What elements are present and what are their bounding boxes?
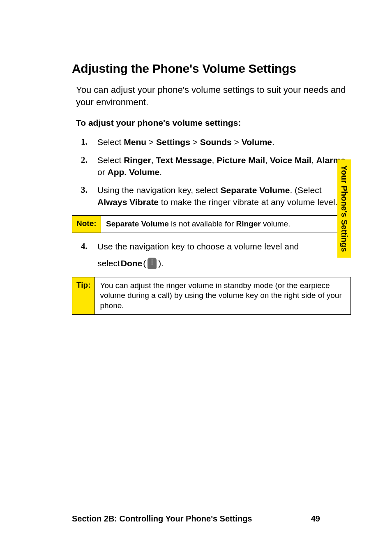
step1-prefix: Select: [97, 137, 124, 147]
step4-l2b: (: [143, 257, 146, 269]
steps-list: Select Menu > Settings > Sounds > Volume…: [72, 136, 351, 208]
step3-p1: Using the navigation key, select: [97, 185, 221, 195]
tip-label: Tip:: [72, 277, 95, 314]
step3-p3: to make the ringer vibrate at any volume…: [159, 197, 340, 207]
step3-alwaysvib: Always Vibrate: [97, 197, 159, 207]
step1-settings: Settings: [156, 137, 190, 147]
step-2: Select Ringer, Text Message, Picture Mai…: [81, 154, 351, 178]
step-4: Use the navigation key to choose a volum…: [81, 240, 351, 270]
note-b1: Separate Volume: [106, 219, 169, 228]
step1-sounds: Sounds: [200, 137, 232, 147]
note-callout: Note: Separate Volume is not available f…: [72, 215, 351, 233]
step2-prefix: Select: [97, 155, 124, 165]
step2-c1: ,: [151, 155, 156, 165]
step2-c3: ,: [265, 155, 270, 165]
step1-menu: Menu: [124, 137, 146, 147]
step2-voicemail: Voice Mail: [270, 155, 311, 165]
step4-line2: select Done ( ).: [97, 257, 351, 269]
step2-picmail: Picture Mail: [217, 155, 265, 165]
step4-l2a: select: [97, 257, 120, 269]
step3-p2: . (Select: [290, 185, 321, 195]
phone-key-icon: [148, 258, 157, 269]
step2-textmsg: Text Message: [156, 155, 212, 165]
step2-c2: ,: [212, 155, 217, 165]
step1-sep3: >: [232, 137, 242, 147]
step-1: Select Menu > Settings > Sounds > Volume…: [81, 136, 351, 148]
page-footer: Section 2B: Controlling Your Phone's Set…: [72, 514, 320, 524]
step2-ringer: Ringer: [124, 155, 151, 165]
page-container: Adjusting the Phone's Volume Settings Yo…: [0, 0, 392, 549]
page-heading: Adjusting the Phone's Volume Settings: [72, 62, 351, 76]
footer-section: Section 2B: Controlling Your Phone's Set…: [72, 514, 252, 524]
tip-callout: Tip: You can adjust the ringer volume in…: [72, 277, 351, 315]
step2-suffix: .: [159, 167, 162, 177]
note-content: Separate Volume is not available for Rin…: [101, 216, 350, 233]
tip-content: You can adjust the ringer volume in stan…: [95, 277, 350, 314]
intro-text: You can adjust your phone's volume setti…: [72, 84, 351, 108]
note-label: Note:: [72, 216, 101, 233]
footer-page-number: 49: [311, 514, 320, 524]
step2-appvol: App. Volume: [108, 167, 160, 177]
note-b2: Ringer: [236, 219, 261, 228]
step1-sep1: >: [146, 137, 156, 147]
step2-c4: ,: [311, 155, 316, 165]
step1-sep2: >: [190, 137, 200, 147]
step3-sepvol: Separate Volume: [221, 185, 290, 195]
step4-line1: Use the navigation key to choose a volum…: [97, 242, 299, 251]
note-t1: is not available for: [169, 219, 236, 228]
side-tab: Your Phone's Settings: [337, 159, 351, 258]
sub-heading: To adjust your phone's volume settings:: [72, 118, 351, 128]
step4-done: Done: [121, 257, 143, 269]
note-t2: volume.: [261, 219, 291, 228]
steps-list-2: Use the navigation key to choose a volum…: [72, 240, 351, 270]
step1-suffix: .: [272, 137, 274, 147]
step4-l2c: ).: [158, 257, 164, 269]
step1-volume: Volume: [242, 137, 272, 147]
step-3: Using the navigation key, select Separat…: [81, 184, 351, 208]
